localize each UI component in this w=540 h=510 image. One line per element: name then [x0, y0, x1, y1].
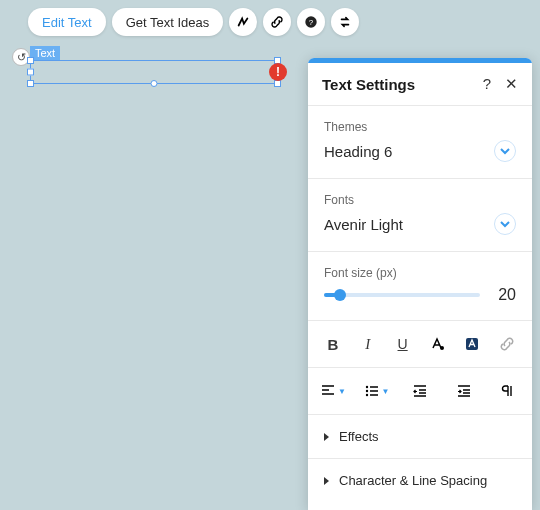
italic-button[interactable]: I: [355, 331, 381, 357]
highlight-button[interactable]: [459, 331, 485, 357]
expand-icon: [324, 477, 329, 485]
indent-decrease-button[interactable]: [407, 378, 433, 404]
edit-text-button[interactable]: Edit Text: [28, 8, 106, 36]
text-settings-panel: Text Settings ? ✕ Themes Heading 6 Fonts…: [308, 58, 532, 510]
swap-icon[interactable]: [331, 8, 359, 36]
panel-close-icon[interactable]: ✕: [505, 75, 518, 93]
resize-handle[interactable]: [151, 80, 158, 87]
font-size-label: Font size (px): [324, 266, 516, 280]
element-type-label: Text: [30, 46, 60, 61]
list-button[interactable]: ▼: [364, 378, 390, 404]
svg-point-2: [440, 346, 444, 350]
font-size-value: 20: [490, 286, 516, 304]
font-size-section: Font size (px) 20: [308, 252, 532, 320]
fonts-label: Fonts: [324, 193, 516, 207]
panel-help-icon[interactable]: ?: [483, 75, 491, 93]
themes-label: Themes: [324, 120, 516, 134]
resize-handle[interactable]: [27, 57, 34, 64]
svg-point-6: [365, 394, 367, 396]
align-button[interactable]: ▼: [320, 378, 346, 404]
font-size-slider[interactable]: [324, 287, 480, 303]
svg-point-5: [365, 390, 367, 392]
themes-section: Themes Heading 6: [308, 106, 532, 178]
floating-toolbar: Edit Text Get Text Ideas ?: [28, 8, 359, 36]
link-icon[interactable]: [263, 8, 291, 36]
effects-label: Effects: [339, 429, 379, 444]
format-row-1: B I U: [308, 321, 532, 367]
warning-icon[interactable]: !: [269, 63, 287, 81]
resize-handle[interactable]: [27, 69, 34, 76]
spacing-row[interactable]: Character & Line Spacing: [308, 459, 532, 502]
text-direction-button[interactable]: [494, 378, 520, 404]
get-text-ideas-button[interactable]: Get Text Ideas: [112, 8, 224, 36]
svg-text:?: ?: [309, 18, 314, 27]
expand-icon: [324, 433, 329, 441]
text-color-button[interactable]: [424, 331, 450, 357]
indent-increase-button[interactable]: [451, 378, 477, 404]
svg-point-4: [365, 386, 367, 388]
panel-title: Text Settings: [322, 76, 415, 93]
fonts-section: Fonts Avenir Light: [308, 179, 532, 251]
themes-dropdown-icon[interactable]: [494, 140, 516, 162]
fonts-value: Avenir Light: [324, 216, 403, 233]
effects-row[interactable]: Effects: [308, 415, 532, 458]
selected-text-element[interactable]: !: [30, 60, 278, 84]
resize-handle[interactable]: [27, 80, 34, 87]
animation-icon[interactable]: [229, 8, 257, 36]
themes-value: Heading 6: [324, 143, 392, 160]
format-row-2: ▼ ▼: [308, 368, 532, 414]
panel-header: Text Settings ? ✕: [308, 63, 532, 105]
underline-button[interactable]: U: [390, 331, 416, 357]
link-button[interactable]: [494, 331, 520, 357]
resize-handle[interactable]: [274, 80, 281, 87]
fonts-dropdown-icon[interactable]: [494, 213, 516, 235]
help-icon[interactable]: ?: [297, 8, 325, 36]
spacing-label: Character & Line Spacing: [339, 473, 487, 488]
bold-button[interactable]: B: [320, 331, 346, 357]
